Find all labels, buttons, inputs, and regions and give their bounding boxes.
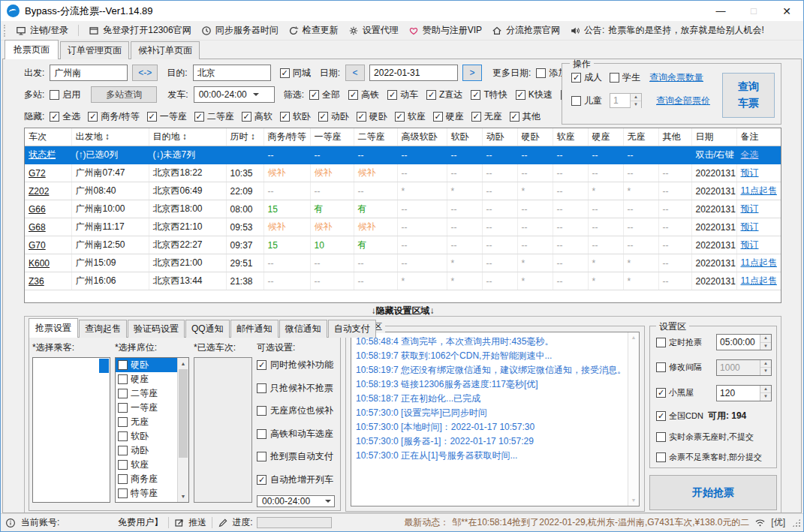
checkbox-box[interactable]: ✓ xyxy=(516,90,525,100)
checkbox-box[interactable] xyxy=(118,403,128,413)
column-header[interactable]: 硬座 xyxy=(588,128,623,146)
tab-grab-page[interactable]: 抢票页面 xyxy=(5,40,59,59)
spin-down-icon[interactable]: ▼ xyxy=(760,393,771,401)
hide-checkbox[interactable]: ✓全选 xyxy=(50,110,80,123)
seat-list[interactable]: 硬卧硬座二等座一等座无座软卧动卧软座商务座特等座 xyxy=(116,358,177,502)
spinner-buttons[interactable]: ▲▼ xyxy=(760,386,771,401)
hide-checkbox[interactable]: ✓高软 xyxy=(242,110,273,123)
query-remaining-link[interactable]: 查询余票数量 xyxy=(649,71,703,84)
hide-checkbox[interactable]: ✓硬座 xyxy=(433,110,464,123)
checkbox-box[interactable] xyxy=(118,360,128,370)
grab-option-checkbox[interactable]: 抢到票自动支付 xyxy=(257,450,337,463)
checkbox-box[interactable]: ✓ xyxy=(426,90,436,100)
official-site-button[interactable]: 分流抢票官网 xyxy=(492,24,560,37)
cell[interactable]: G70 xyxy=(25,236,71,254)
setting-checkbox[interactable]: 余票不足乘客时,部分提交 xyxy=(656,452,762,463)
minimize-button[interactable]: — xyxy=(704,1,737,21)
child-checkbox[interactable]: 儿童 xyxy=(571,95,602,107)
prev-date-button[interactable]: < xyxy=(345,65,365,81)
spin-up-icon[interactable]: ▲ xyxy=(760,335,771,343)
cell[interactable]: 预订 xyxy=(736,236,781,254)
hide-checkbox[interactable]: ✓其他 xyxy=(510,110,541,123)
cell[interactable]: 预订 xyxy=(736,218,781,236)
column-header[interactable]: 动卧 xyxy=(482,128,517,146)
date-input[interactable] xyxy=(369,65,458,81)
seat-item[interactable]: 硬卧 xyxy=(116,358,177,372)
checkbox-box[interactable]: ✓ xyxy=(257,360,266,370)
checkbox-box[interactable]: ✓ xyxy=(571,73,581,83)
filter-checkbox[interactable]: ✓动车 xyxy=(387,89,418,101)
filter-checkbox[interactable]: ✓K快速 xyxy=(516,89,553,101)
column-header[interactable]: 商务/特等 xyxy=(263,128,310,146)
spinner-buttons[interactable]: ▲▼ xyxy=(760,335,771,350)
checkbox-box[interactable] xyxy=(257,429,266,439)
spin-up-icon[interactable]: ▲ xyxy=(760,386,771,394)
column-header[interactable]: 目的地 ↕ xyxy=(149,128,226,146)
checkbox-box[interactable] xyxy=(118,374,128,384)
filter-checkbox[interactable]: ✓Z直达 xyxy=(426,89,462,101)
checkbox-box[interactable]: ✓ xyxy=(510,112,519,122)
checkbox-box[interactable]: ✓ xyxy=(194,112,204,122)
checkbox-box[interactable]: ✓ xyxy=(50,112,59,122)
train-row[interactable]: G70广州南12:50北京西22:2709:371510有-----------… xyxy=(25,236,781,254)
checkbox-box[interactable]: ✓ xyxy=(257,475,266,485)
sponsor-vip-button[interactable]: 赞助与注册VIP xyxy=(408,24,482,37)
cell[interactable]: K600 xyxy=(25,254,71,272)
checkbox-box[interactable] xyxy=(118,474,128,484)
checkbox-box[interactable] xyxy=(118,389,128,398)
setting-checkbox[interactable]: ✓小黑屋 xyxy=(656,387,694,398)
column-header[interactable]: 一等座 xyxy=(310,128,354,146)
column-header[interactable]: 二等座 xyxy=(354,128,397,146)
status-cell[interactable]: 全选 xyxy=(736,146,781,164)
hide-checkbox[interactable]: ✓软卧 xyxy=(280,110,311,123)
multi-station-query-button[interactable]: 多站查询 xyxy=(91,86,157,103)
spin-down-icon[interactable]: ▼ xyxy=(760,368,771,375)
hidden-area-toggle[interactable]: ↓隐藏设置区域↓ xyxy=(24,303,781,315)
set-proxy-button[interactable]: 设置代理 xyxy=(348,24,399,37)
scrollbar-thumb[interactable] xyxy=(179,369,188,458)
grab-option-checkbox[interactable]: 只抢候补不抢票 xyxy=(257,382,337,395)
depart-time-combo[interactable]: 00:00-24:00 xyxy=(194,86,275,103)
setting-checkbox[interactable]: 实时余票无座时,不提交 xyxy=(656,431,754,443)
query-prices-link[interactable]: 查询全部票价 xyxy=(656,95,710,107)
train-row[interactable]: G66广州南10:00北京西18:0008:0015有有------------… xyxy=(25,200,781,218)
tab-qq-notify[interactable]: QQ通知 xyxy=(185,320,230,338)
spin-down-icon[interactable]: ▼ xyxy=(760,343,771,350)
checkbox-box[interactable]: ✓ xyxy=(147,112,157,122)
child-count-spinner[interactable]: 1 ▲▼ xyxy=(610,93,642,108)
resize-grip[interactable] xyxy=(792,518,801,527)
scroll-down-icon[interactable]: ▼ xyxy=(628,495,639,506)
dest-input[interactable] xyxy=(193,65,271,81)
column-header[interactable]: 其他 xyxy=(658,128,691,146)
tab-wechat-notify[interactable]: 微信通知 xyxy=(279,320,327,338)
hide-checkbox[interactable]: ✓商务/特等 xyxy=(88,110,139,123)
checkbox-box[interactable] xyxy=(118,488,128,498)
checkbox-box[interactable] xyxy=(257,406,266,416)
cell[interactable]: 预订 xyxy=(736,200,781,218)
checkbox-box[interactable]: ✓ xyxy=(357,112,366,122)
passenger-list[interactable] xyxy=(32,357,110,503)
tab-email-notify[interactable]: 邮件通知 xyxy=(230,320,279,338)
maximize-button[interactable]: □ xyxy=(737,1,770,21)
spinner-buttons[interactable]: ▲▼ xyxy=(630,94,641,107)
grab-option-checkbox[interactable]: 无座席位也候补 xyxy=(257,404,337,417)
scroll-up-icon[interactable]: ▲ xyxy=(628,332,639,343)
column-header[interactable]: 软座 xyxy=(553,128,588,146)
cell[interactable]: Z202 xyxy=(25,182,71,200)
logout-login-button[interactable]: 注销/登录 xyxy=(16,24,68,37)
checkbox-box[interactable] xyxy=(50,90,59,100)
checkbox-box[interactable] xyxy=(656,432,666,442)
output-scrollbar[interactable]: ▲ ▼ xyxy=(628,332,639,506)
column-header[interactable]: 车次 xyxy=(25,128,71,146)
tab-query-onsale[interactable]: 查询起售 xyxy=(79,320,127,338)
checkbox-box[interactable] xyxy=(610,73,619,83)
seat-item[interactable]: 无座 xyxy=(116,415,177,429)
checkbox-box[interactable]: ✓ xyxy=(242,112,251,122)
filter-checkbox[interactable]: ✓高铁 xyxy=(348,89,379,101)
checkbox-box[interactable] xyxy=(118,460,128,470)
checkbox-box[interactable]: ✓ xyxy=(656,411,666,421)
grab-option-checkbox[interactable]: ✓同时抢候补功能 xyxy=(257,359,337,371)
seat-item[interactable]: 软卧 xyxy=(116,429,177,443)
cell[interactable]: Z36 xyxy=(25,272,71,290)
sync-server-time-button[interactable]: 同步服务器时间 xyxy=(201,24,279,37)
